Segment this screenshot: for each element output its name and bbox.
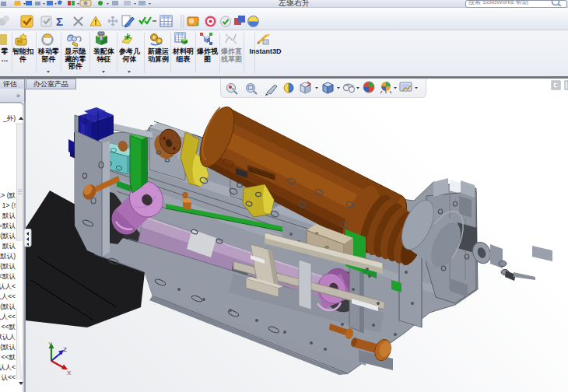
svg-text:Y: Y: [48, 341, 53, 348]
svg-text:Σ: Σ: [56, 15, 63, 28]
svg-text:X: X: [67, 369, 72, 376]
svg-text:左驱右升: 左驱右升: [279, 0, 310, 7]
svg-text:Z: Z: [63, 346, 67, 353]
